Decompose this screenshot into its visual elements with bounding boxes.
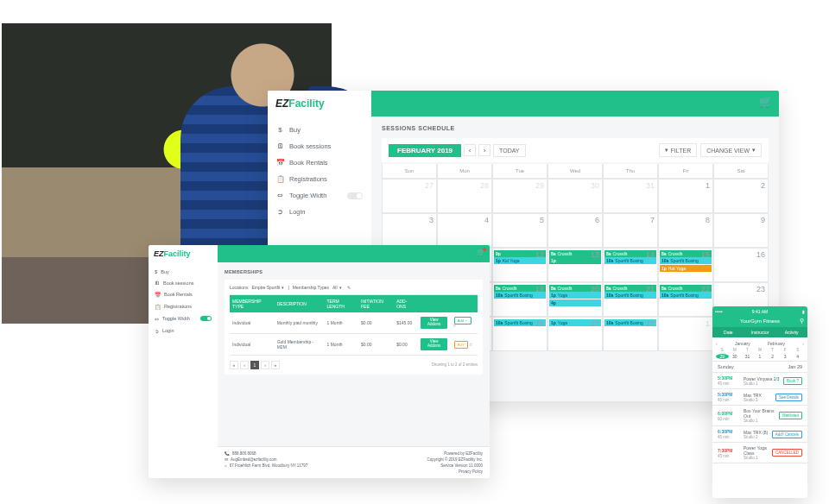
- calendar-day[interactable]: 208aCrossfit1pYoga4p: [547, 282, 603, 317]
- favorite-icon[interactable]: ☆: [468, 342, 472, 347]
- crumb-location-value[interactable]: Empire Sportfit ▾: [251, 285, 284, 290]
- calendar-day[interactable]: 3: [382, 213, 437, 248]
- calendar-day[interactable]: 5: [492, 213, 547, 248]
- table-row: IndividualMonthly paid monthly1 Month$0.…: [230, 312, 478, 333]
- filter-button[interactable]: ▾ FILTER: [659, 143, 698, 157]
- sidebar-item-login[interactable]: ➲Login: [268, 204, 371, 220]
- session-time: 6:30PM45 min: [718, 429, 740, 439]
- calendar-day[interactable]: 2: [713, 179, 769, 213]
- tab-instructor[interactable]: Instructor: [744, 327, 776, 337]
- session-row[interactable]: 5:30PM45 minMax TRXStudio 3See Details: [712, 389, 807, 406]
- page-button[interactable]: «: [230, 361, 238, 369]
- today-button[interactable]: TODAY: [493, 144, 525, 157]
- crumb-types-value[interactable]: All ▾: [332, 285, 342, 290]
- favorite-icon[interactable]: ☆: [452, 323, 456, 328]
- sidebar-item-toggle-width[interactable]: ⇔Toggle Width: [268, 187, 371, 204]
- session-row[interactable]: 6:30PM45 minMax TRX (8)Studio 2Add'l Can…: [712, 426, 807, 443]
- calendar-event[interactable]: 1pHot Yoga: [660, 265, 712, 272]
- sidebar-item-book-sessions[interactable]: 🗓Book sessions: [268, 138, 371, 154]
- day-number: 16: [756, 250, 765, 259]
- session-action-button[interactable]: Add'l Cancels: [772, 431, 802, 438]
- session-action-button[interactable]: Waitlisted: [779, 412, 802, 419]
- next-month-icon[interactable]: ›: [802, 341, 804, 346]
- calendar-day[interactable]: 29: [492, 179, 547, 213]
- view-addons-button[interactable]: View Addons: [421, 317, 446, 329]
- calendar-day[interactable]: 1: [658, 179, 713, 213]
- cart-icon[interactable]: 🛒: [759, 96, 772, 108]
- row-action-button[interactable]: Add →: [454, 317, 471, 324]
- calendar-day[interactable]: 6: [547, 213, 603, 248]
- session-row[interactable]: 6:00PM60 minBox Your Brains OutStudio 1W…: [712, 406, 807, 426]
- mini-day[interactable]: 2: [766, 354, 779, 359]
- calendar-day[interactable]: 8: [658, 213, 713, 248]
- calendar-day[interactable]: 129p1pKid Yoga: [492, 248, 547, 282]
- mini-day[interactable]: 30: [729, 354, 742, 359]
- session-action-button[interactable]: See Details: [775, 394, 802, 401]
- calendar-day[interactable]: 16: [713, 248, 769, 282]
- day-number: 13: [591, 250, 599, 259]
- calendar-day[interactable]: 4: [437, 213, 492, 248]
- mini-day[interactable]: 3: [779, 354, 792, 359]
- sidebar-item-login[interactable]: ➲Login: [149, 324, 218, 337]
- calendar-day[interactable]: 9: [713, 213, 769, 248]
- table-header: [418, 295, 449, 312]
- page-button[interactable]: ‹: [240, 361, 249, 369]
- session-action-button[interactable]: Book ?: [783, 377, 802, 385]
- calendar-day[interactable]: 158aCrossfit10aSportfit Boxing1pHot Yoga: [658, 248, 713, 282]
- calendar-day[interactable]: 138aCrossfit1p: [547, 248, 603, 282]
- toggle-switch[interactable]: [200, 316, 212, 321]
- calendar-day[interactable]: 31: [603, 179, 658, 213]
- calendar-day[interactable]: 271pYoga: [547, 317, 603, 351]
- sidebar-item-book-rentals[interactable]: 📅Book Rentals: [149, 288, 218, 300]
- sidebar-item-registrations[interactable]: 📋Registrations: [149, 300, 218, 312]
- calendar-event[interactable]: 4p: [549, 299, 601, 306]
- sidebar-item-toggle-width[interactable]: ⇔Toggle Width: [149, 312, 218, 324]
- pin-icon[interactable]: ⚲: [800, 318, 804, 324]
- cart-icon[interactable]: 🛒: [477, 249, 485, 256]
- edit-icon[interactable]: ✎: [347, 285, 351, 290]
- calendar-day[interactable]: 2610aSportfit Boxing: [492, 317, 547, 351]
- session-row[interactable]: 7:30PM45 minPower Yoga ClassStudio 1CANC…: [712, 443, 807, 463]
- mini-calendar-grid: SMTWTFS2930311234: [716, 348, 804, 359]
- tab-activity[interactable]: Activity: [775, 327, 807, 337]
- sidebar-item-registrations[interactable]: 📋Registrations: [268, 171, 371, 187]
- crumb-locations[interactable]: Locations: [230, 285, 248, 290]
- row-action-button[interactable]: BUY: [454, 341, 468, 349]
- calendar-day[interactable]: 198aCrossfit10aSportfit Boxing: [492, 282, 547, 317]
- mini-day[interactable]: 1: [754, 354, 767, 359]
- mini-day[interactable]: 31: [741, 354, 754, 359]
- toggle-switch[interactable]: [347, 192, 363, 199]
- next-button[interactable]: ›: [478, 144, 490, 156]
- change-view-button[interactable]: CHANGE VIEW ▾: [700, 143, 762, 157]
- page-button[interactable]: »: [271, 361, 280, 369]
- mini-day[interactable]: 4: [791, 354, 804, 359]
- page-button[interactable]: 1: [250, 361, 259, 369]
- calendar-day[interactable]: 7: [603, 213, 658, 248]
- sidebar-item-book-sessions[interactable]: 🗓Book sessions: [149, 277, 218, 288]
- calendar-day[interactable]: 28: [437, 179, 492, 213]
- page-button[interactable]: ›: [261, 361, 269, 369]
- nav-icon: $: [276, 126, 284, 134]
- calendar-day[interactable]: 228aCrossfit10aSportfit Boxing: [658, 282, 713, 317]
- prev-month-icon[interactable]: ‹: [716, 341, 718, 346]
- calendar-day[interactable]: 30: [547, 179, 603, 213]
- calendar-day[interactable]: 27: [382, 179, 437, 213]
- tab-date[interactable]: Date: [712, 327, 744, 337]
- session-info: Max TRXStudio 3: [744, 393, 772, 402]
- session-row[interactable]: 5:30PM45 minPower Vinyasa 2/3Studio 1Boo…: [712, 373, 807, 389]
- footer-privacy[interactable]: Privacy Policy: [427, 469, 483, 474]
- prev-button[interactable]: ‹: [464, 144, 476, 156]
- calendar-day[interactable]: 148aCrossfit10aSportfit Boxing: [603, 248, 658, 282]
- calendar-dow: Sun: [382, 164, 437, 179]
- session-action-button[interactable]: CANCELLED: [772, 449, 802, 457]
- sidebar-item-buy[interactable]: $Buy: [149, 266, 218, 277]
- mini-day[interactable]: 29: [716, 354, 729, 359]
- view-addons-button[interactable]: View Addons: [421, 338, 446, 350]
- session-info: Power Vinyasa 2/3Studio 1: [744, 376, 780, 386]
- calendar-day[interactable]: 218aCrossfit10aSportfit Boxing: [603, 282, 658, 317]
- calendar-day[interactable]: 2810aSportfit Boxing: [603, 317, 658, 351]
- day-number: 22: [701, 285, 710, 293]
- calendar-day[interactable]: 1: [658, 317, 713, 351]
- sidebar-item-book-rentals[interactable]: 📅Book Rentals: [268, 154, 371, 171]
- sidebar-item-buy[interactable]: $Buy: [268, 122, 371, 138]
